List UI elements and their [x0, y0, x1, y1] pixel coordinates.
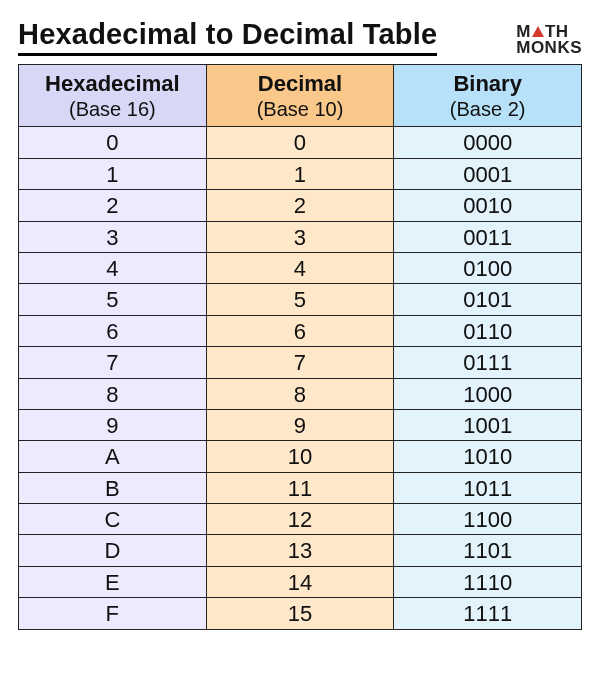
cell-hex: A: [19, 441, 207, 472]
cell-dec: 12: [206, 504, 394, 535]
cell-dec: 8: [206, 378, 394, 409]
header-base: (Base 16): [19, 97, 206, 121]
cell-hex: C: [19, 504, 207, 535]
cell-bin: 0000: [394, 127, 582, 158]
cell-bin: 1000: [394, 378, 582, 409]
cell-dec: 14: [206, 566, 394, 597]
cell-dec: 10: [206, 441, 394, 472]
table-header-row: Hexadecimal (Base 16) Decimal (Base 10) …: [19, 65, 582, 127]
cell-hex: 9: [19, 409, 207, 440]
cell-bin: 0101: [394, 284, 582, 315]
cell-bin: 0001: [394, 158, 582, 189]
header-base: (Base 2): [394, 97, 581, 121]
header-hexadecimal: Hexadecimal (Base 16): [19, 65, 207, 127]
header-binary: Binary (Base 2): [394, 65, 582, 127]
table-row: 110001: [19, 158, 582, 189]
table-row: 330011: [19, 221, 582, 252]
cell-hex: 6: [19, 315, 207, 346]
cell-bin: 0100: [394, 252, 582, 283]
cell-bin: 0110: [394, 315, 582, 346]
cell-bin: 1001: [394, 409, 582, 440]
table-body: 0000001100012200103300114401005501016601…: [19, 127, 582, 629]
table-row: 660110: [19, 315, 582, 346]
cell-dec: 4: [206, 252, 394, 283]
table-row: C121100: [19, 504, 582, 535]
cell-hex: 2: [19, 190, 207, 221]
cell-bin: 1011: [394, 472, 582, 503]
cell-bin: 0010: [394, 190, 582, 221]
table-row: A101010: [19, 441, 582, 472]
header-base: (Base 10): [207, 97, 394, 121]
cell-hex: D: [19, 535, 207, 566]
cell-dec: 1: [206, 158, 394, 189]
cell-hex: 5: [19, 284, 207, 315]
header-name: Decimal: [207, 71, 394, 97]
cell-bin: 1100: [394, 504, 582, 535]
cell-bin: 1010: [394, 441, 582, 472]
cell-dec: 3: [206, 221, 394, 252]
cell-hex: 1: [19, 158, 207, 189]
cell-dec: 0: [206, 127, 394, 158]
table-row: 550101: [19, 284, 582, 315]
cell-hex: F: [19, 598, 207, 629]
cell-dec: 9: [206, 409, 394, 440]
cell-hex: E: [19, 566, 207, 597]
cell-dec: 15: [206, 598, 394, 629]
header-decimal: Decimal (Base 10): [206, 65, 394, 127]
cell-bin: 0011: [394, 221, 582, 252]
table-row: D131101: [19, 535, 582, 566]
cell-bin: 1110: [394, 566, 582, 597]
header-name: Binary: [394, 71, 581, 97]
cell-dec: 5: [206, 284, 394, 315]
table-row: 220010: [19, 190, 582, 221]
table-row: 000000: [19, 127, 582, 158]
cell-hex: B: [19, 472, 207, 503]
table-row: 770111: [19, 347, 582, 378]
table-row: E141110: [19, 566, 582, 597]
cell-dec: 2: [206, 190, 394, 221]
cell-bin: 0111: [394, 347, 582, 378]
cell-hex: 4: [19, 252, 207, 283]
cell-dec: 6: [206, 315, 394, 346]
table-row: 881000: [19, 378, 582, 409]
conversion-table: Hexadecimal (Base 16) Decimal (Base 10) …: [18, 64, 582, 630]
cell-dec: 13: [206, 535, 394, 566]
page-title: Hexadecimal to Decimal Table: [18, 18, 437, 56]
table-row: F151111: [19, 598, 582, 629]
table-row: B111011: [19, 472, 582, 503]
brand-logo: MTH MONKS: [516, 24, 582, 56]
cell-hex: 7: [19, 347, 207, 378]
brand-line2: MONKS: [516, 38, 582, 57]
cell-hex: 8: [19, 378, 207, 409]
cell-hex: 3: [19, 221, 207, 252]
header-name: Hexadecimal: [19, 71, 206, 97]
cell-dec: 7: [206, 347, 394, 378]
table-row: 991001: [19, 409, 582, 440]
cell-bin: 1111: [394, 598, 582, 629]
table-row: 440100: [19, 252, 582, 283]
triangle-icon: [532, 26, 544, 37]
cell-hex: 0: [19, 127, 207, 158]
cell-bin: 1101: [394, 535, 582, 566]
cell-dec: 11: [206, 472, 394, 503]
